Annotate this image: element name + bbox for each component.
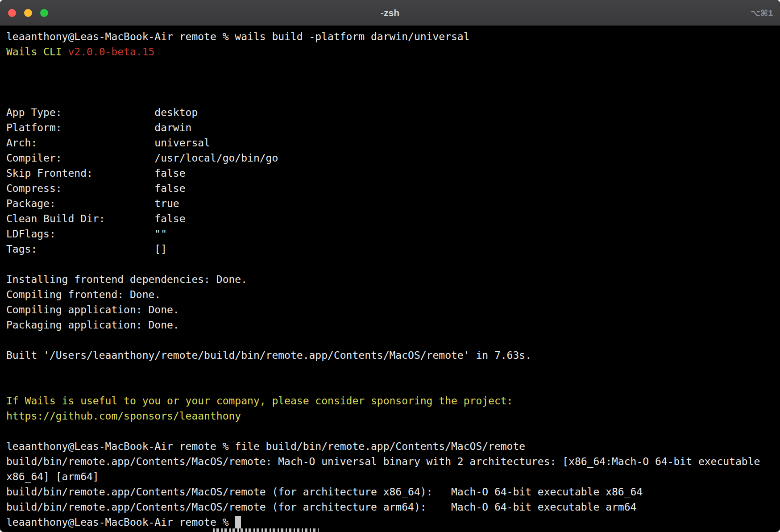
terminal-line: LDFlags: "" xyxy=(6,226,774,241)
terminal-line: leaanthony@Leas-MacBook-Air remote % fil… xyxy=(6,439,774,454)
terminal-text: Tags: [] xyxy=(6,243,167,255)
terminal-line xyxy=(6,75,774,90)
terminal-text: Compiler: /usr/local/go/bin/go xyxy=(6,152,278,164)
terminal-line: App Type: desktop xyxy=(6,105,774,120)
terminal-text: x86_64] [arm64] xyxy=(6,471,99,482)
terminal-text: Clean Build Dir: false xyxy=(6,213,186,224)
terminal-text: LDFlags: "" xyxy=(6,228,167,240)
clipped-text-artifact xyxy=(213,528,319,532)
terminal-text: App Type: desktop xyxy=(6,107,198,118)
terminal-text: build/bin/remote.app/Contents/MacOS/remo… xyxy=(6,456,760,467)
traffic-lights xyxy=(8,9,48,17)
window-shortcut-badge: ⌥⌘1 xyxy=(751,0,773,26)
terminal-line: Skip Frontend: false xyxy=(6,166,774,181)
terminal-text: Arch: universal xyxy=(6,137,210,149)
terminal-text: build/bin/remote.app/Contents/MacOS/remo… xyxy=(6,501,636,513)
terminal-line: Clean Build Dir: false xyxy=(6,211,774,226)
terminal-line: Tags: [] xyxy=(6,241,774,257)
terminal-text: Compiling frontend: Done. xyxy=(6,289,161,300)
terminal-line: Installing frontend dependencies: Done. xyxy=(6,272,774,287)
terminal-line: Compiling application: Done. xyxy=(6,302,774,317)
terminal-text: Skip Frontend: false xyxy=(6,167,186,179)
terminal-line xyxy=(6,378,774,393)
terminal-text: Packaging application: Done. xyxy=(6,319,179,331)
terminal-text: v2.0.0-beta.15 xyxy=(68,46,154,58)
zoom-button[interactable] xyxy=(40,9,48,17)
close-button[interactable] xyxy=(8,9,16,17)
terminal-text: Built '/Users/leaanthony/remote/build/bi… xyxy=(6,349,531,361)
terminal-text: Compress: false xyxy=(6,183,186,194)
terminal-line: Platform: darwin xyxy=(6,120,774,135)
terminal-line: Wails CLI v2.0.0-beta.15 xyxy=(6,44,774,59)
terminal-line: Package: true xyxy=(6,196,774,211)
terminal-line xyxy=(6,59,774,75)
titlebar[interactable]: -zsh ⌥⌘1 xyxy=(0,0,780,26)
minimize-button[interactable] xyxy=(24,9,32,17)
terminal-text: leaanthony@Leas-MacBook-Air remote % xyxy=(6,516,235,528)
terminal-line: build/bin/remote.app/Contents/MacOS/remo… xyxy=(6,484,774,499)
cursor-block xyxy=(235,516,241,528)
terminal-line: Compress: false xyxy=(6,181,774,196)
terminal-text: Platform: darwin xyxy=(6,122,191,133)
terminal-line xyxy=(6,424,774,439)
terminal-line: x86_64] [arm64] xyxy=(6,469,774,484)
terminal-line: https://github.com/sponsors/leaanthony xyxy=(6,408,774,424)
terminal-line xyxy=(6,363,774,378)
terminal-line: leaanthony@Leas-MacBook-Air remote % wai… xyxy=(6,29,774,44)
terminal-text: Compiling application: Done. xyxy=(6,304,179,316)
terminal-window: -zsh ⌥⌘1 leaanthony@Leas-MacBook-Air rem… xyxy=(0,0,780,532)
terminal-text: leaanthony@Leas-MacBook-Air remote % wai… xyxy=(6,31,470,42)
terminal-line: build/bin/remote.app/Contents/MacOS/remo… xyxy=(6,454,774,469)
terminal-line: Arch: universal xyxy=(6,135,774,150)
terminal-line xyxy=(6,332,774,348)
terminal-line: build/bin/remote.app/Contents/MacOS/remo… xyxy=(6,499,774,515)
terminal-line xyxy=(6,257,774,272)
terminal-line: If Wails is useful to you or your compan… xyxy=(6,393,774,408)
terminal-output[interactable]: leaanthony@Leas-MacBook-Air remote % wai… xyxy=(0,26,780,532)
terminal-text: https://github.com/sponsors/leaanthony xyxy=(6,410,241,422)
terminal-line: Compiling frontend: Done. xyxy=(6,287,774,302)
terminal-line: leaanthony@Leas-MacBook-Air remote % xyxy=(6,515,774,530)
terminal-text: Package: true xyxy=(6,198,179,209)
terminal-text: build/bin/remote.app/Contents/MacOS/remo… xyxy=(6,486,643,498)
window-title: -zsh xyxy=(0,8,780,18)
terminal-text: If Wails is useful to you or your compan… xyxy=(6,395,513,407)
terminal-text: leaanthony@Leas-MacBook-Air remote % fil… xyxy=(6,441,525,452)
terminal-text: Wails CLI xyxy=(6,46,68,58)
terminal-line: Built '/Users/leaanthony/remote/build/bi… xyxy=(6,348,774,363)
terminal-line: Compiler: /usr/local/go/bin/go xyxy=(6,150,774,166)
terminal-text: Installing frontend dependencies: Done. xyxy=(6,274,247,285)
terminal-line xyxy=(6,90,774,105)
terminal-line: Packaging application: Done. xyxy=(6,317,774,332)
